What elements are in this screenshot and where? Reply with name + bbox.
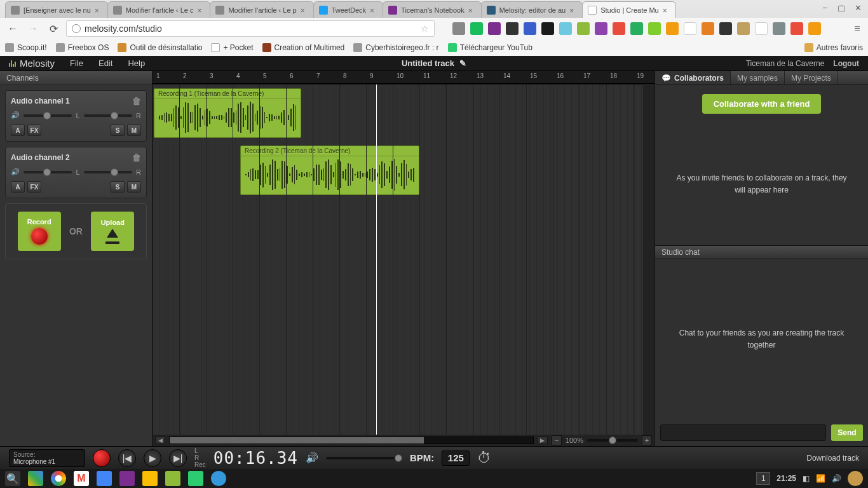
- drive-icon[interactable]: [28, 471, 43, 486]
- extension-icon[interactable]: [773, 22, 785, 35]
- search-icon[interactable]: 🔍: [5, 471, 20, 486]
- tab-close-icon[interactable]: ×: [468, 6, 476, 14]
- extension-icon[interactable]: [648, 22, 661, 35]
- browser-tab[interactable]: Melosity: editor de au×: [481, 1, 583, 18]
- vertical-scrollbar[interactable]: [643, 84, 654, 435]
- menu-help[interactable]: Help: [128, 58, 145, 68]
- browser-tab[interactable]: Modifier l'article ‹ Le p×: [210, 1, 313, 18]
- app-logo[interactable]: Melosity: [9, 58, 55, 69]
- source-selector[interactable]: Source: Microphone #1: [9, 449, 85, 467]
- bookmark-item[interactable]: Outil de désinstallatio: [118, 43, 202, 52]
- tab-close-icon[interactable]: ×: [370, 6, 377, 14]
- reload-button[interactable]: ⟳: [46, 21, 61, 36]
- extension-icon[interactable]: [524, 22, 536, 35]
- docs-icon[interactable]: [97, 471, 112, 486]
- delete-channel-icon[interactable]: 🗑: [132, 152, 141, 163]
- bookmark-item[interactable]: + Pocket: [211, 43, 253, 52]
- bookmark-star-icon[interactable]: ☆: [421, 24, 429, 34]
- scroll-right-button[interactable]: ▶: [538, 437, 548, 444]
- tab-close-icon[interactable]: ×: [197, 6, 205, 14]
- channel-fx-button[interactable]: FX: [27, 125, 41, 136]
- volume-tray-icon[interactable]: 🔊: [832, 474, 841, 483]
- tab-close-icon[interactable]: ×: [95, 6, 102, 14]
- zoom-in-button[interactable]: +: [642, 435, 652, 445]
- maximize-window[interactable]: ▢: [836, 3, 846, 13]
- playhead[interactable]: [376, 85, 377, 435]
- pan-slider[interactable]: [84, 114, 132, 117]
- chrome-icon[interactable]: [51, 471, 66, 486]
- upload-button[interactable]: Upload: [91, 212, 134, 251]
- menu-edit[interactable]: Edit: [98, 58, 112, 68]
- extension-icon[interactable]: [506, 22, 519, 35]
- download-link[interactable]: Download track: [806, 454, 859, 463]
- skip-start-button[interactable]: |◀: [118, 449, 136, 467]
- extension-icon[interactable]: [790, 22, 803, 35]
- channel-mute-button[interactable]: M: [127, 125, 141, 136]
- channel-a-button[interactable]: A: [11, 181, 25, 193]
- address-bar[interactable]: melosity.com/studio ☆: [66, 20, 435, 37]
- chrome-menu-icon[interactable]: ≡: [851, 23, 863, 34]
- tray-app-icon[interactable]: [848, 471, 863, 486]
- minimize-window[interactable]: −: [820, 3, 830, 13]
- tray-icon[interactable]: ◧: [803, 474, 810, 483]
- delete-channel-icon[interactable]: 🗑: [132, 96, 141, 106]
- volume-slider[interactable]: [24, 114, 72, 117]
- extension-icon[interactable]: [737, 22, 750, 35]
- bookmark-item[interactable]: Cyberhistoiregeo.fr : r: [353, 43, 438, 52]
- extension-icon[interactable]: [684, 22, 696, 35]
- send-button[interactable]: Send: [831, 424, 863, 441]
- master-volume-slider[interactable]: [326, 457, 402, 459]
- back-button[interactable]: ←: [5, 21, 20, 36]
- browser-tab-active[interactable]: Studio | Create Mu×: [582, 1, 676, 18]
- channel-a-button[interactable]: A: [11, 125, 25, 136]
- chat-input[interactable]: [660, 424, 826, 441]
- tab-collaborators[interactable]: 💬Collaborators: [655, 71, 731, 85]
- record-button[interactable]: Record: [18, 212, 61, 251]
- bookmark-item[interactable]: Freebox OS: [56, 43, 109, 52]
- browser-tab[interactable]: Ticeman's Notebook×: [383, 1, 482, 18]
- tab-close-icon[interactable]: ×: [663, 6, 670, 14]
- extension-icon[interactable]: [808, 22, 821, 35]
- extension-icon[interactable]: [541, 22, 554, 35]
- browser-tab[interactable]: [Enseigner avec le nu×: [5, 1, 108, 18]
- metronome-icon[interactable]: ⏱: [477, 450, 491, 466]
- bookmark-item[interactable]: Téléchargeur YouTub: [448, 43, 532, 52]
- extension-icon[interactable]: [559, 22, 572, 35]
- extension-icon[interactable]: [595, 22, 607, 35]
- forward-button[interactable]: →: [25, 21, 41, 36]
- browser-tab[interactable]: TweetDeck×: [313, 1, 383, 18]
- zoom-out-button[interactable]: −: [552, 435, 562, 445]
- extension-icon[interactable]: [577, 22, 590, 35]
- bpm-value[interactable]: 125: [442, 451, 470, 466]
- ruler[interactable]: /* populated below */ 123456789101112131…: [153, 71, 654, 84]
- pan-slider[interactable]: [84, 171, 132, 173]
- transport-record-button[interactable]: [93, 449, 111, 467]
- channel-solo-button[interactable]: S: [111, 181, 125, 193]
- skip-end-button[interactable]: ▶|: [169, 449, 187, 467]
- extension-icon[interactable]: [630, 22, 643, 35]
- extension-icon[interactable]: [719, 22, 732, 35]
- tab-my-samples[interactable]: My samples: [731, 71, 785, 85]
- extension-icon[interactable]: [666, 22, 679, 35]
- workspace-indicator[interactable]: 1: [756, 472, 770, 485]
- menu-file[interactable]: File: [70, 58, 83, 68]
- folder-icon[interactable]: [142, 471, 158, 486]
- feedly-icon[interactable]: [188, 471, 203, 486]
- wifi-icon[interactable]: 📶: [816, 474, 825, 483]
- scroll-left-button[interactable]: ◀: [155, 437, 165, 444]
- app-icon[interactable]: [165, 471, 180, 486]
- tab-close-icon[interactable]: ×: [301, 6, 308, 14]
- close-window[interactable]: ✕: [853, 3, 863, 13]
- extension-icon[interactable]: [702, 22, 714, 35]
- gmail-icon[interactable]: M: [74, 471, 89, 486]
- extension-icon[interactable]: [452, 22, 465, 35]
- volume-slider[interactable]: [24, 171, 72, 173]
- channel-fx-button[interactable]: FX: [27, 181, 41, 193]
- play-button[interactable]: ▶: [144, 449, 161, 467]
- extension-icon[interactable]: [470, 22, 483, 35]
- onenote-icon[interactable]: [119, 471, 135, 486]
- zoom-slider[interactable]: [587, 439, 638, 442]
- channel-solo-button[interactable]: S: [111, 125, 125, 136]
- other-bookmarks[interactable]: Autres favoris: [804, 43, 863, 52]
- edit-title-icon[interactable]: ✎: [459, 58, 466, 68]
